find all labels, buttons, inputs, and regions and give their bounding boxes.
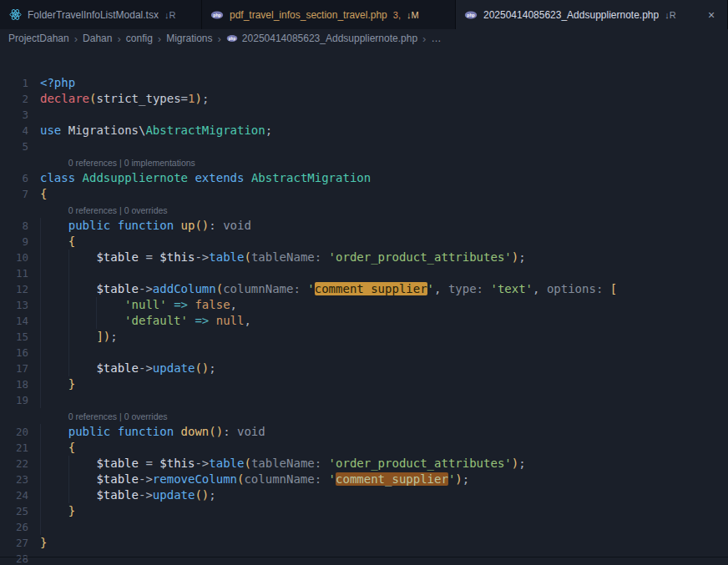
line-number[interactable]: 8 <box>0 218 40 234</box>
code-token: ) <box>195 92 201 105</box>
codelens-text: 0 references | 0 overrides <box>68 408 168 424</box>
indent-guide <box>40 297 68 313</box>
indent-guide <box>68 265 97 281</box>
line-number[interactable]: 14 <box>0 313 40 329</box>
code-line[interactable]: class Addsuppliernote extends AbstractMi… <box>40 170 371 186</box>
code-token: $table <box>96 282 139 295</box>
line-number[interactable]: 15 <box>0 329 40 345</box>
code-line[interactable] <box>40 265 96 281</box>
code-row: 27} <box>0 535 728 551</box>
code-line[interactable]: public function down(): void <box>40 424 265 440</box>
code-line[interactable]: } <box>40 535 47 551</box>
indent-guide <box>68 281 97 297</box>
line-number[interactable]: 6 <box>0 170 40 186</box>
code-token: { <box>68 235 75 248</box>
code-line[interactable]: declare(strict_types=1); <box>40 91 209 107</box>
line-number[interactable]: 26 <box>0 519 40 535</box>
code-line[interactable]: ]); <box>40 329 118 345</box>
code-token: = <box>139 250 159 264</box>
code-line[interactable] <box>40 392 68 408</box>
line-number[interactable]: 21 <box>0 440 40 456</box>
code-token: ; <box>463 472 469 486</box>
codelens-link[interactable]: 0 references | 0 overrides <box>68 411 168 421</box>
line-number[interactable]: 3 <box>0 107 40 123</box>
code-token: strict_types <box>96 92 180 105</box>
indent-guide <box>68 361 97 376</box>
editor-tab[interactable]: FolderTravelInfoListModal.tsx↓R <box>0 0 202 29</box>
code-line[interactable] <box>40 519 68 535</box>
code-token: [ <box>610 282 617 295</box>
line-number[interactable]: 19 <box>0 392 40 408</box>
code-line[interactable]: { <box>40 440 75 456</box>
line-number[interactable]: 2 <box>0 91 40 107</box>
code-token: () <box>195 488 209 502</box>
code-token: removeColumn <box>153 472 237 486</box>
line-number[interactable]: 1 <box>0 75 40 91</box>
editor-tab[interactable]: phppdf_travel_infos_section_travel.php3,… <box>202 0 456 29</box>
line-number[interactable]: 17 <box>0 361 40 376</box>
tab-label: pdf_travel_infos_section_travel.php <box>230 9 387 21</box>
horizontal-scrollbar[interactable] <box>0 557 728 565</box>
code-token: : <box>209 219 223 232</box>
code-line[interactable]: $table->removeColumn(columnName: 'commen… <box>40 472 469 487</box>
indent-guide <box>40 313 68 329</box>
line-number[interactable]: 24 <box>0 487 40 503</box>
code-token: $this <box>159 250 195 264</box>
line-number[interactable]: 5 <box>0 139 40 154</box>
code-line[interactable]: } <box>40 376 75 392</box>
codelens-link[interactable]: 0 references | 0 overrides <box>68 205 168 215</box>
breadcrumb-item[interactable]: config <box>126 33 153 44</box>
code-line[interactable]: } <box>40 503 75 519</box>
breadcrumb-item[interactable]: Migrations <box>166 33 212 44</box>
close-icon[interactable]: × <box>704 8 719 23</box>
codelens-row: 0 references | 0 overrides <box>0 408 728 424</box>
code-line[interactable]: $table = $this->table(tableName: 'order_… <box>40 250 526 265</box>
code-line[interactable]: 'null' => false, <box>40 297 237 313</box>
code-line[interactable] <box>40 345 96 361</box>
code-line[interactable]: $table = $this->table(tableName: 'order_… <box>40 456 526 472</box>
code-token: columnName: <box>244 472 328 486</box>
line-number[interactable]: 4 <box>0 123 40 139</box>
line-number[interactable]: 9 <box>0 234 40 250</box>
code-line[interactable]: { <box>40 186 47 202</box>
code-line[interactable]: public function up(): void <box>40 218 251 234</box>
breadcrumb-item[interactable]: … <box>431 33 441 44</box>
code-line[interactable]: use Migrations\AbstractMigration; <box>40 123 272 139</box>
code-token: 'order_product_attributes' <box>329 457 512 470</box>
code-line[interactable]: $table->addColumn(columnName: 'comment_s… <box>40 281 617 297</box>
line-number[interactable]: 27 <box>0 535 40 551</box>
line-number[interactable]: 18 <box>0 376 40 392</box>
editor-tab[interactable]: php20250414085623_Addsuppliernote.php↓R× <box>456 0 728 29</box>
code-line[interactable]: $table->update(); <box>40 361 216 376</box>
line-number[interactable]: 11 <box>0 265 40 281</box>
codelens-link[interactable]: 0 references | 0 implementations <box>68 158 195 168</box>
line-number[interactable]: 20 <box>0 424 40 440</box>
line-number[interactable]: 10 <box>0 250 40 265</box>
line-number[interactable]: 13 <box>0 297 40 313</box>
code-token: void <box>237 425 265 438</box>
code-token: ( <box>216 282 223 295</box>
indent-guide <box>40 456 68 472</box>
line-number[interactable]: 22 <box>0 456 40 472</box>
line-number[interactable]: 12 <box>0 281 40 297</box>
line-number[interactable]: 7 <box>0 186 40 202</box>
code-editor[interactable]: 1<?php2declare(strict_types=1);34use Mig… <box>0 48 728 565</box>
code-line[interactable]: <?php <box>40 75 75 91</box>
breadcrumb-item[interactable]: php20250414085623_Addsuppliernote.php <box>226 33 417 44</box>
code-token: ' <box>427 282 434 295</box>
code-row: 3 <box>0 107 728 123</box>
code-row: 4use Migrations\AbstractMigration; <box>0 123 728 139</box>
breadcrumb-item[interactable]: Dahan <box>83 33 112 44</box>
code-row: 1<?php <box>0 75 728 91</box>
code-line[interactable]: 'default' => null, <box>40 313 251 329</box>
tab-decoration-badge: ↓R <box>164 10 175 20</box>
code-line[interactable]: { <box>40 234 75 250</box>
code-token: ; <box>110 330 117 343</box>
line-number[interactable]: 25 <box>0 503 40 519</box>
line-number[interactable]: 16 <box>0 345 40 361</box>
svg-text:php: php <box>467 13 475 18</box>
code-token: use <box>40 124 68 137</box>
code-line[interactable]: $table->update(); <box>40 487 216 503</box>
line-number[interactable]: 23 <box>0 472 40 487</box>
breadcrumb-item[interactable]: ProjectDahan <box>8 33 69 44</box>
